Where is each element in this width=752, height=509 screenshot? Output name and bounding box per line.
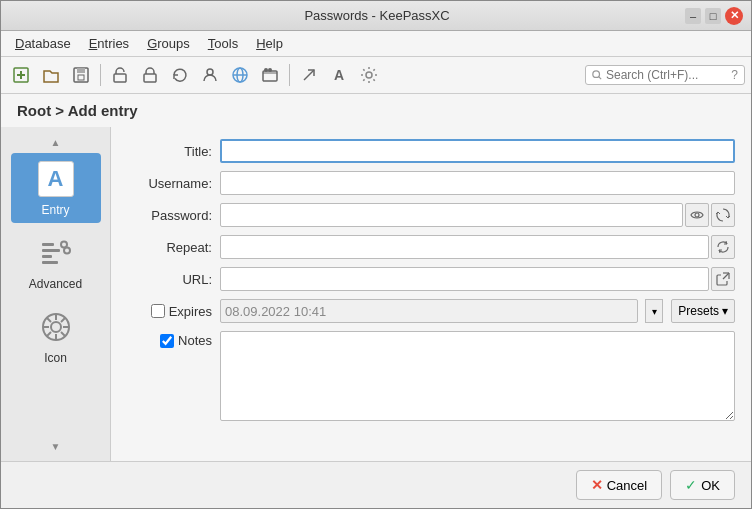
- svg-point-24: [64, 248, 70, 254]
- url-field-group: [220, 267, 735, 291]
- svg-point-17: [593, 71, 600, 78]
- sidebar-icon-label: Icon: [44, 351, 67, 365]
- sidebar: ▲ A Entry: [1, 127, 111, 461]
- menu-entries[interactable]: Entries: [81, 33, 137, 54]
- new-db-button[interactable]: [7, 61, 35, 89]
- svg-rect-7: [144, 74, 156, 82]
- repeat-field-group: [220, 235, 735, 259]
- minimize-button[interactable]: –: [685, 8, 701, 24]
- search-help-icon[interactable]: ?: [731, 68, 738, 82]
- svg-point-16: [366, 72, 372, 78]
- svg-point-14: [268, 68, 272, 72]
- username-row: Username:: [127, 171, 735, 195]
- window-title: Passwords - KeePassXC: [69, 8, 685, 23]
- icon-svg: [38, 309, 74, 345]
- url-input[interactable]: [220, 267, 709, 291]
- menu-help[interactable]: Help: [248, 33, 291, 54]
- main-window: Passwords - KeePassXC – □ ✕ Database Ent…: [0, 0, 752, 509]
- search-icon: [592, 69, 602, 81]
- toolbar-sep-1: [100, 64, 101, 86]
- svg-line-34: [47, 332, 51, 336]
- svg-point-8: [207, 69, 213, 75]
- footer: ✕ Cancel ✓ OK: [1, 461, 751, 508]
- svg-line-32: [61, 332, 65, 336]
- lock-button[interactable]: [136, 61, 164, 89]
- sidebar-item-advanced[interactable]: Advanced: [11, 227, 101, 297]
- notes-row: Notes: [127, 331, 735, 421]
- svg-point-26: [51, 322, 61, 332]
- svg-line-31: [47, 318, 51, 322]
- svg-point-35: [695, 213, 699, 217]
- expires-label: Expires: [169, 304, 212, 319]
- username-input[interactable]: [220, 171, 735, 195]
- toolbar-sep-2: [289, 64, 290, 86]
- repeat-input[interactable]: [220, 235, 709, 259]
- user-button[interactable]: [196, 61, 224, 89]
- password-toggle-button[interactable]: [685, 203, 709, 227]
- svg-rect-21: [42, 255, 52, 258]
- sidebar-item-entry[interactable]: A Entry: [11, 153, 101, 223]
- title-input[interactable]: [220, 139, 735, 163]
- svg-rect-22: [42, 261, 58, 264]
- svg-point-13: [264, 68, 268, 72]
- menu-database[interactable]: Database: [7, 33, 79, 54]
- notes-textarea[interactable]: [220, 331, 735, 421]
- expires-checkbox[interactable]: [151, 304, 165, 318]
- svg-line-18: [599, 77, 601, 79]
- svg-rect-6: [114, 74, 126, 82]
- sidebar-scroll-up[interactable]: ▲: [46, 135, 66, 149]
- title-row: Title:: [127, 139, 735, 163]
- unlock-button[interactable]: [106, 61, 134, 89]
- password-label: Password:: [127, 208, 212, 223]
- main-content: ▲ A Entry: [1, 127, 751, 461]
- advanced-icon: [36, 233, 76, 273]
- url-launch-button[interactable]: [711, 267, 735, 291]
- svg-point-23: [61, 242, 67, 248]
- title-label: Title:: [127, 144, 212, 159]
- maximize-button[interactable]: □: [705, 8, 721, 24]
- password-generate-button[interactable]: [711, 203, 735, 227]
- presets-button[interactable]: Presets ▾: [671, 299, 735, 323]
- password-field-group: [220, 203, 735, 227]
- open-db-button[interactable]: [37, 61, 65, 89]
- notes-label-area: Notes: [127, 331, 212, 348]
- notes-checkbox[interactable]: [160, 334, 174, 348]
- window-controls: – □ ✕: [685, 7, 743, 25]
- password-input[interactable]: [220, 203, 683, 227]
- launch-icon: [716, 272, 730, 286]
- sync-button[interactable]: [166, 61, 194, 89]
- menu-tools[interactable]: Tools: [200, 33, 246, 54]
- settings-button[interactable]: [355, 61, 383, 89]
- navigate-button[interactable]: [295, 61, 323, 89]
- url-label: URL:: [127, 272, 212, 287]
- content-area: Root > Add entry ▲ A Entry: [1, 94, 751, 461]
- menu-groups[interactable]: Groups: [139, 33, 198, 54]
- autotype-button[interactable]: [226, 61, 254, 89]
- sidebar-item-icon[interactable]: Icon: [11, 301, 101, 371]
- ok-button[interactable]: ✓ OK: [670, 470, 735, 500]
- svg-rect-19: [42, 243, 54, 246]
- expires-dropdown-button[interactable]: ▾: [645, 299, 663, 323]
- close-button[interactable]: ✕: [725, 7, 743, 25]
- advanced-svg: [38, 235, 74, 271]
- sidebar-advanced-label: Advanced: [29, 277, 82, 291]
- font-button[interactable]: A: [325, 61, 353, 89]
- icon-tab-icon: [36, 307, 76, 347]
- repeat-label: Repeat:: [127, 240, 212, 255]
- group-button[interactable]: [256, 61, 284, 89]
- cancel-button[interactable]: ✕ Cancel: [576, 470, 662, 500]
- menubar: Database Entries Groups Tools Help: [1, 31, 751, 57]
- form-area: Title: Username: Password:: [111, 127, 751, 461]
- svg-line-38: [723, 273, 729, 279]
- url-row: URL:: [127, 267, 735, 291]
- svg-line-15: [304, 70, 314, 80]
- expires-datetime-display: 08.09.2022 10:41: [220, 299, 638, 323]
- cancel-icon: ✕: [591, 477, 603, 493]
- repeat-toggle-button[interactable]: [711, 235, 735, 259]
- toolbar: A ?: [1, 57, 751, 94]
- svg-line-33: [61, 318, 65, 322]
- sidebar-scroll-down[interactable]: ▼: [46, 439, 66, 453]
- expires-label-area: Expires: [127, 304, 212, 319]
- save-db-button[interactable]: [67, 61, 95, 89]
- search-input[interactable]: [606, 68, 727, 82]
